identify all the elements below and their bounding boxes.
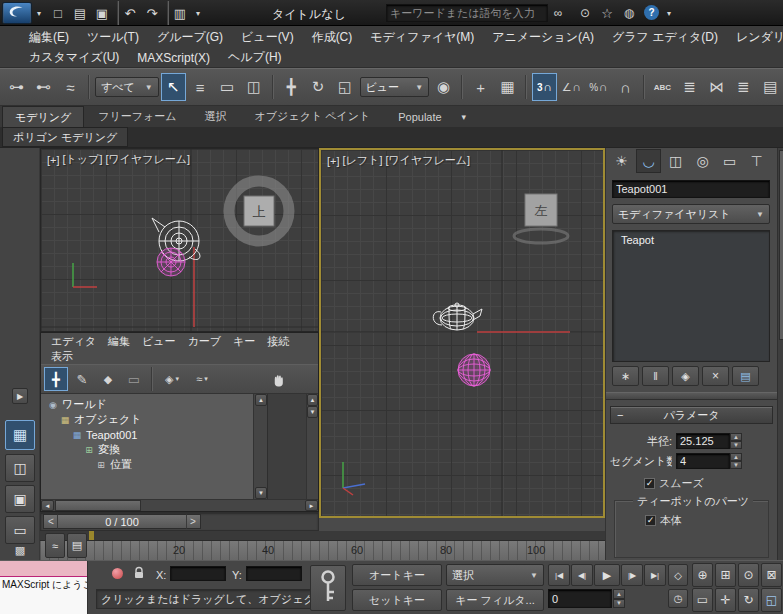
select-and-link-icon[interactable]: ⊶ bbox=[4, 73, 29, 101]
viewport-menu-view[interactable]: [レフト] bbox=[343, 153, 383, 168]
app-menu-arrow-icon[interactable]: ▾ bbox=[33, 7, 45, 19]
zoom-extents-icon[interactable]: ⊙ bbox=[738, 563, 759, 587]
tree-item-teapot001[interactable]: ▦ Teapot001 bbox=[41, 427, 253, 442]
undo-button[interactable]: ↶ bbox=[120, 3, 140, 23]
body-checkbox[interactable]: ✓ bbox=[645, 515, 656, 526]
workspace-dropdown-icon[interactable]: ▾ bbox=[192, 7, 204, 19]
tv-tangent-flyout[interactable]: ◈ ▾ bbox=[158, 367, 186, 391]
trackbar-key-strip[interactable] bbox=[40, 531, 605, 541]
tv-menu-editor[interactable]: エディタ bbox=[45, 334, 102, 349]
time-slider-thumb[interactable]: < 0 / 100 > bbox=[43, 514, 201, 529]
spinner-up-icon[interactable]: ▲ bbox=[730, 433, 742, 441]
maximize-viewport-toggle-icon[interactable]: ◱ bbox=[761, 588, 782, 612]
object-name-field[interactable] bbox=[612, 180, 770, 198]
viewport-menu-plus[interactable]: [+] bbox=[327, 155, 340, 167]
help-icon[interactable]: ? bbox=[644, 5, 659, 20]
menu-animation[interactable]: アニメーション(A) bbox=[483, 29, 603, 46]
tv-move-keys-button[interactable]: ╋ bbox=[44, 367, 68, 391]
command-panel-scrollbar[interactable] bbox=[777, 148, 783, 560]
smooth-checkbox-row[interactable]: ✓ スムーズ bbox=[644, 476, 704, 490]
select-and-manipulate-icon[interactable]: + bbox=[468, 73, 493, 101]
menu-customize[interactable]: カスタマイズ(U) bbox=[20, 49, 128, 66]
sphere-object-top[interactable] bbox=[157, 248, 185, 276]
hscroll-thumb[interactable] bbox=[55, 500, 141, 511]
mirror-icon[interactable]: ⋈ bbox=[704, 73, 729, 101]
smooth-checkbox[interactable]: ✓ bbox=[644, 478, 655, 489]
coord-x-field[interactable] bbox=[170, 566, 226, 581]
viewcube-left[interactable]: 左 bbox=[514, 194, 568, 243]
viewport-top[interactable]: 上 [+] [トップ] [ワイヤフレーム] bbox=[40, 148, 319, 332]
bind-to-space-warp-icon[interactable]: ≈ bbox=[58, 73, 83, 101]
viewport-left-canvas[interactable]: 左 bbox=[321, 150, 603, 516]
ribbon-tab-selection[interactable]: 選択 bbox=[191, 109, 241, 124]
scroll-down-icon[interactable]: ▼ bbox=[255, 487, 267, 499]
scroll-left-icon[interactable]: ◄ bbox=[41, 500, 54, 511]
segments-spinner[interactable]: ▲ ▼ bbox=[730, 453, 742, 469]
go-to-start-button[interactable]: |◀ bbox=[548, 564, 570, 586]
help-dropdown-icon[interactable]: ▾ bbox=[663, 8, 675, 18]
time-slider[interactable]: < 0 / 100 > bbox=[40, 512, 319, 531]
window-crossing-toggle-icon[interactable]: ◫ bbox=[242, 73, 267, 101]
sphere-object-left[interactable] bbox=[458, 354, 490, 386]
pan-view-icon[interactable]: ✛ bbox=[715, 588, 736, 612]
edit-named-selection-sets-icon[interactable]: ≣ bbox=[677, 73, 702, 101]
reference-coordinate-dropdown[interactable]: ビュー ▼ bbox=[360, 77, 429, 97]
tv-region-tool-icon[interactable]: ▭ bbox=[122, 367, 146, 391]
select-and-move-icon[interactable]: ╋ bbox=[279, 73, 304, 101]
tree-item-transform[interactable]: ⊞ 変換 bbox=[41, 442, 253, 457]
new-scene-button[interactable]: □ bbox=[48, 3, 68, 23]
tv-menu-show[interactable]: 表示 bbox=[45, 349, 79, 364]
remove-modifier-icon[interactable]: × bbox=[702, 366, 729, 386]
layout-strip-bottom-icon[interactable]: ▩ bbox=[8, 542, 32, 558]
ribbon-tab-populate[interactable]: Populate bbox=[384, 111, 455, 123]
show-end-result-icon[interactable]: ‖ bbox=[642, 366, 669, 386]
search-input[interactable] bbox=[386, 4, 548, 22]
tree-item-position[interactable]: ⊞ 位置 bbox=[41, 457, 253, 472]
menu-views[interactable]: ビュー(V) bbox=[232, 29, 303, 46]
favorites-star-icon[interactable]: ☆ bbox=[598, 4, 616, 22]
menu-tools[interactable]: ツール(T) bbox=[78, 29, 148, 46]
tv-menu-edit[interactable]: 編集 bbox=[102, 334, 136, 349]
spinner-down-icon[interactable]: ▼ bbox=[730, 461, 742, 469]
key-filters-button[interactable]: キー フィルタ... bbox=[446, 589, 544, 611]
viewport-menu-shading[interactable]: [ワイヤフレーム] bbox=[385, 153, 470, 168]
viewport-top-canvas[interactable]: 上 bbox=[41, 149, 318, 331]
trackview-hscrollbar[interactable]: ◄ ► bbox=[41, 499, 318, 511]
menu-help[interactable]: ヘルプ(H) bbox=[219, 49, 291, 66]
radius-spinner[interactable]: ▲ ▼ bbox=[730, 433, 742, 449]
ribbon-tab-freeform[interactable]: フリーフォーム bbox=[84, 109, 190, 124]
scrollbar-thumb[interactable] bbox=[779, 150, 783, 340]
ribbon-options-dropdown-icon[interactable]: ▾ bbox=[456, 109, 472, 125]
select-and-rotate-icon[interactable]: ↻ bbox=[306, 73, 331, 101]
maxscript-mini-listener[interactable]: MAXScript にようこそ bbox=[0, 561, 88, 614]
snaps-toggle-3d[interactable]: 3 ∩ bbox=[532, 73, 557, 101]
panel-splitter[interactable] bbox=[606, 392, 777, 400]
trackview-key-pane[interactable] bbox=[267, 394, 306, 499]
zoom-region-icon[interactable]: ▭ bbox=[692, 588, 713, 612]
unlink-selection-icon[interactable]: ⊷ bbox=[31, 73, 56, 101]
community-icon[interactable]: ◍ bbox=[620, 4, 638, 22]
previous-frame-button[interactable]: < bbox=[44, 514, 58, 529]
set-key-button[interactable]: セットキー bbox=[352, 589, 442, 611]
ribbon-tab-object-paint[interactable]: オブジェクト ペイント bbox=[241, 109, 385, 124]
viewport-layout-tab[interactable]: ▭ bbox=[5, 516, 35, 544]
ribbon-tab-modeling[interactable]: モデリング bbox=[2, 106, 84, 127]
coord-y-field[interactable] bbox=[246, 566, 302, 581]
tv-pan-hand-icon[interactable] bbox=[266, 368, 290, 392]
listener-text-line[interactable]: MAXScript にようこそ bbox=[0, 577, 87, 614]
layout-flyout-arrow-button[interactable]: ▶ bbox=[12, 388, 28, 404]
play-animation-button[interactable]: ▶ bbox=[594, 564, 620, 586]
hierarchy-tab-icon[interactable]: ◫ bbox=[663, 149, 688, 173]
viewcube-top-label[interactable]: 上 bbox=[253, 204, 266, 219]
viewport-layout-tab[interactable]: ▣ bbox=[5, 485, 35, 513]
trackbar-ruler[interactable]: 20 40 60 80 100 bbox=[40, 541, 605, 560]
viewport-left-active[interactable]: 左 [+] [レフト] [ワイヤフレーム] bbox=[319, 148, 605, 518]
viewcube-left-label[interactable]: 左 bbox=[535, 203, 548, 218]
trackbar-filter-button[interactable]: ▤ bbox=[67, 533, 87, 558]
project-folder-button[interactable]: ▥ bbox=[170, 3, 190, 23]
stack-item-teapot[interactable]: Teapot bbox=[613, 231, 769, 249]
track-bar[interactable]: 20 40 60 80 100 ≈ ▤ bbox=[40, 531, 605, 560]
spinner-down-icon[interactable]: ▼ bbox=[730, 441, 742, 449]
menu-edit[interactable]: 編集(E) bbox=[20, 29, 78, 46]
zoom-icon[interactable]: ⊕ bbox=[692, 563, 713, 587]
